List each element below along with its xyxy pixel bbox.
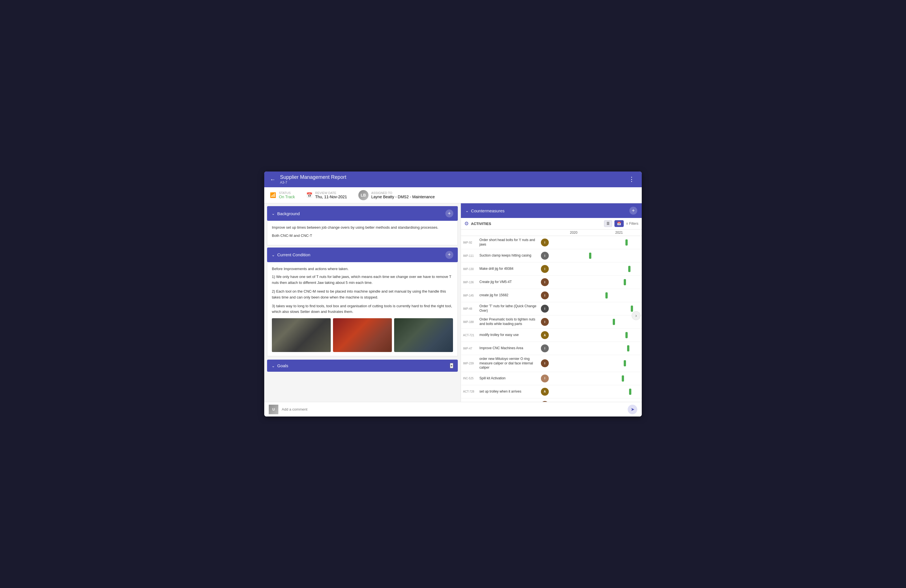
row-desc: Order short head bolts for 't' nuts and … [480, 238, 539, 247]
page-subtitle: A3-7 [280, 180, 626, 185]
table-row[interactable]: IMP-145 create jig for 15682 I [461, 289, 642, 302]
table-row[interactable]: INC-525 Spill kit Activation I [461, 372, 642, 385]
table-row[interactable]: IMP-92 Order short head bolts for 't' nu… [461, 236, 642, 249]
gantt-bar [589, 253, 591, 259]
row-id: IMP-111 [463, 254, 477, 257]
status-value: On Track [279, 194, 295, 199]
table-row[interactable]: IMP-239 order new Mitutoyo vernier O rin… [461, 355, 642, 372]
review-value: Thu, 11-Nov-2021 [315, 194, 347, 199]
condition-chevron: ⌄ [271, 253, 275, 257]
condition-point1: 1) We only have one set of T nuts for la… [272, 274, 453, 286]
status-item-assigned: LB Assigned To Layne Beatty - DMS2 - Mai… [358, 190, 435, 200]
row-id: IMP-48 [463, 307, 477, 310]
status-label: Status [279, 191, 295, 194]
row-avatar: I [541, 252, 549, 260]
goals-header[interactable]: ⌄ Goals + [267, 360, 458, 372]
status-item-status: 📶 Status On Track [270, 191, 295, 199]
activities-icon: ⚙ [464, 220, 469, 227]
row-id: ACT-728 [463, 390, 477, 393]
table-row[interactable]: ACT-550 changeover matrix for CNC A [461, 398, 642, 402]
background-add-button[interactable]: + [445, 210, 453, 217]
background-section: ⌄ Background + Improve set up times betw… [267, 206, 458, 245]
filters-button[interactable]: ≡ Filters [626, 221, 638, 226]
left-panel: ⌄ Background + Improve set up times betw… [264, 203, 461, 402]
menu-button[interactable]: ⋮ [626, 175, 637, 184]
background-content: Improve set up times between job change … [267, 221, 458, 245]
gantt-bar-area [551, 357, 642, 370]
assigned-value: Layne Beatty - DMS2 - Maintenance [371, 194, 435, 199]
row-id: IMP-47 [463, 347, 477, 350]
year-2020: 2020 [551, 231, 597, 234]
row-desc: Create jig for VM5-4T [480, 280, 539, 284]
gantt-bar-area [551, 236, 642, 249]
row-avatar: I [541, 278, 549, 286]
activities-label: ACTIVITIES [471, 221, 602, 226]
gantt-nav-arrow[interactable]: › [632, 311, 641, 320]
photo-3 [394, 318, 453, 352]
row-id: IMP-92 [463, 241, 477, 244]
back-button[interactable]: ← [269, 175, 277, 184]
right-panel: ⌄ Countermeasures + ⚙ ACTIVITIES ☰ 📅 ≡ F… [461, 203, 642, 402]
send-button[interactable]: ➤ [628, 405, 637, 414]
goals-title: Goals [277, 363, 450, 368]
gantt-bar-area [551, 329, 642, 342]
gantt-bar [625, 332, 628, 338]
table-row[interactable]: IMP-48 Order 'T' nuts for lathe (Quick C… [461, 302, 642, 316]
condition-add-button[interactable]: + [445, 251, 453, 259]
status-bar: 📶 Status On Track 📅 Review Date Thu, 11-… [264, 187, 642, 203]
row-avatar: I [541, 344, 549, 352]
gantt-bar [613, 319, 615, 325]
gantt-bar-area [551, 249, 642, 262]
comment-input[interactable] [282, 407, 624, 411]
condition-content: Before Improvements and actions where ta… [267, 262, 458, 357]
background-text1: Improve set up times between job change … [272, 225, 453, 231]
header-title-group: Supplier Management Report A3-7 [280, 174, 626, 185]
gantt-container: 2020 2021 IMP-92 Order short head bolts … [461, 229, 642, 402]
condition-point2: 2) Each tool on the CNC-M need to be pla… [272, 288, 453, 301]
goals-add-button[interactable]: + [450, 363, 453, 368]
cm-add-button[interactable]: + [629, 207, 637, 215]
assigned-label: Assigned To [371, 191, 435, 194]
cm-chevron: ⌄ [466, 209, 469, 213]
row-id: ACT-721 [463, 334, 477, 337]
row-id: IMP-130 [463, 268, 477, 271]
list-view-button[interactable]: ☰ [604, 220, 612, 227]
current-condition-header[interactable]: ⌄ Current Condition + [267, 247, 458, 262]
gantt-bar-area [551, 372, 642, 385]
photo-2 [333, 318, 392, 352]
table-row[interactable]: IMP-188 Order Pneumatic tools to tighten… [461, 316, 642, 329]
goals-chevron: ⌄ [271, 363, 275, 368]
table-row[interactable]: IMP-130 Make drill jig for 49384 I [461, 263, 642, 276]
gantt-bar-area [551, 289, 642, 302]
main-content: ⌄ Background + Improve set up times betw… [264, 203, 642, 402]
table-row[interactable]: IMP-47 Improve CNC Machines Area I [461, 342, 642, 355]
row-avatar: I [541, 239, 549, 246]
year-2021: 2021 [597, 231, 642, 234]
row-desc: Spill kit Activation [480, 376, 539, 381]
activities-toolbar: ⚙ ACTIVITIES ☰ 📅 ≡ Filters [461, 218, 642, 229]
countermeasures-header[interactable]: ⌄ Countermeasures + [461, 203, 642, 218]
row-avatar: I [541, 374, 549, 382]
row-desc: modify trolley for easy use [480, 333, 539, 337]
condition-point3: 3) takes way to long to find tools, tool… [272, 303, 453, 315]
row-avatar: A [541, 331, 549, 339]
gantt-header: 2020 2021 [461, 229, 642, 236]
review-label: Review Date [315, 191, 347, 194]
cm-title: Countermeasures [471, 209, 629, 213]
table-row[interactable]: IMP-136 Create jig for VM5-4T I [461, 276, 642, 289]
gantt-bar [622, 375, 624, 382]
calendar-view-button[interactable]: 📅 [614, 220, 624, 227]
background-text2: Both CNC-M and CNC-T [272, 233, 453, 239]
current-condition-section: ⌄ Current Condition + Before Improvement… [267, 247, 458, 357]
row-avatar: A [541, 388, 549, 396]
table-row[interactable]: ACT-721 modify trolley for easy use A [461, 329, 642, 342]
table-row[interactable]: ACT-728 set up trolley when it arrives A [461, 385, 642, 398]
background-header[interactable]: ⌄ Background + [267, 206, 458, 221]
page-title: Supplier Management Report [280, 174, 626, 180]
background-title: Background [277, 211, 445, 216]
filter-icon: ≡ [626, 221, 628, 226]
table-row[interactable]: IMP-111 Suction clamp keeps hitting casi… [461, 249, 642, 263]
row-desc: order new Mitutoyo vernier O ring measur… [480, 357, 539, 370]
row-desc: Order Pneumatic tools to tighten nuts an… [480, 317, 539, 326]
row-id: IMP-145 [463, 294, 477, 297]
